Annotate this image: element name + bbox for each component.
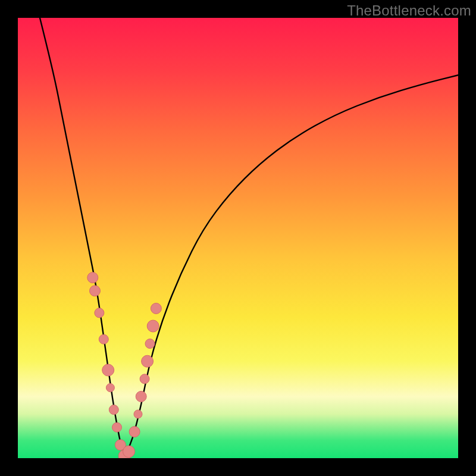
marker-point [123,446,135,458]
watermark-text: TheBottleneck.com [347,2,471,19]
marker-point [134,410,142,418]
marker-point [142,355,154,367]
chart-frame: TheBottleneck.com [0,0,476,476]
marker-point [129,427,140,437]
bottleneck-curve [40,18,458,452]
marker-point [147,320,159,332]
marker-point [102,364,114,376]
chart-svg [18,18,458,458]
marker-point [112,422,122,432]
marker-point [95,308,104,318]
marker-point [140,374,149,384]
marker-point [99,334,108,344]
marker-point [136,391,146,402]
marker-point [90,286,101,296]
marker-point [87,273,98,283]
marker-point [106,384,114,392]
marker-point [145,339,155,349]
marker-point [109,405,118,415]
marker-point [151,303,161,314]
chart-plot-area [18,18,458,458]
